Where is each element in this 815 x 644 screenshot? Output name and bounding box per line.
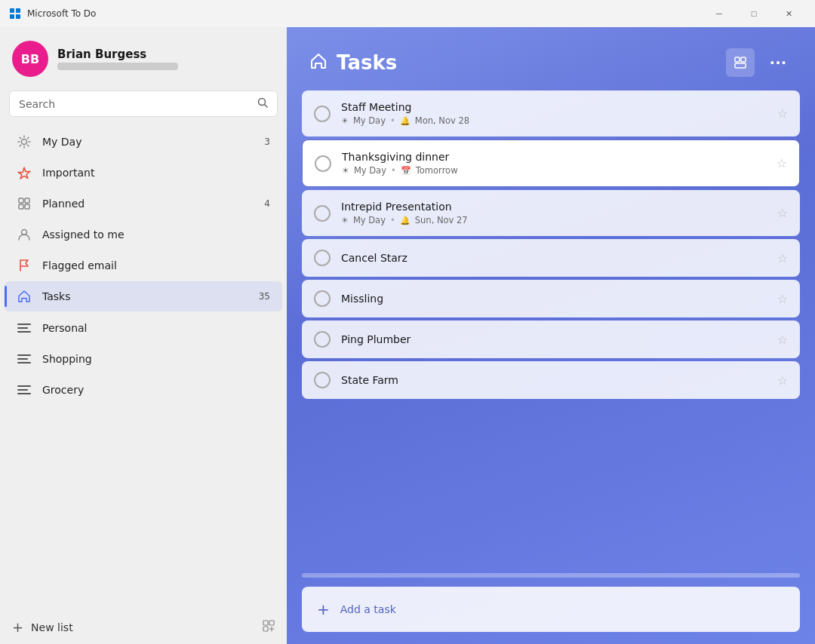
sidebar-badge-my-day: 3 (264, 136, 270, 147)
task-checkbox-cancel-starz[interactable] (314, 250, 331, 266)
task-item-state-farm[interactable]: State Farm ☆ (302, 361, 800, 399)
sidebar-item-flagged[interactable]: Flagged email (5, 250, 282, 281)
task-item-thanksgiving[interactable]: Thanksgiving dinner ☀ My Day • 📅 Tomorro… (302, 140, 800, 187)
sidebar-list-label-grocery: Grocery (42, 384, 270, 396)
svg-rect-1 (16, 8, 20, 13)
profile-section[interactable]: BB Brian Burgess (0, 27, 287, 87)
profile-name: Brian Burgess (57, 48, 178, 61)
task-star-missling[interactable]: ☆ (777, 292, 788, 306)
task-star-state-farm[interactable]: ☆ (777, 373, 788, 388)
minimize-button[interactable]: ─ (702, 0, 737, 27)
svg-rect-15 (19, 198, 23, 203)
add-task-bar[interactable]: + Add a task (302, 587, 800, 632)
custom-lists: Personal Shopping Grocery (0, 312, 287, 406)
task-item-missling[interactable]: Missling ☆ (302, 280, 800, 317)
layout-toggle-button[interactable] (726, 48, 755, 77)
sidebar-badge-planned: 4 (264, 198, 270, 209)
grid-icon (17, 196, 32, 211)
search-icon (257, 97, 268, 110)
sidebar-item-planned[interactable]: Planned 4 (5, 189, 282, 219)
svg-rect-0 (10, 8, 14, 13)
new-list-label: New list (31, 621, 73, 633)
person-icon (17, 227, 32, 242)
sidebar-list-label-personal: Personal (42, 322, 270, 334)
list-icon-shopping (17, 351, 32, 366)
svg-rect-23 (735, 57, 740, 62)
restore-button[interactable]: □ (737, 0, 771, 27)
sidebar-badge-tasks: 35 (259, 291, 270, 302)
sidebar-item-assigned[interactable]: Assigned to me (5, 219, 282, 250)
task-star-staff-meeting[interactable]: ☆ (777, 106, 788, 121)
sidebar-item-grocery[interactable]: Grocery (5, 375, 282, 405)
task-meta-date-1: Mon, Nov 28 (415, 115, 469, 126)
profile-email (57, 63, 178, 70)
home-icon (17, 289, 32, 304)
task-title-intrepid: Intrepid Presentation (341, 201, 767, 213)
sidebar-item-personal[interactable]: Personal (5, 313, 282, 343)
new-list-button[interactable]: + New list (0, 610, 287, 644)
sun-meta-icon-2: ☀ (342, 166, 349, 176)
task-item-ping-plumber[interactable]: Ping Plumber ☆ (302, 320, 800, 358)
sidebar-item-shopping[interactable]: Shopping (5, 344, 282, 374)
sun-icon (17, 134, 32, 149)
task-checkbox-thanksgiving[interactable] (315, 155, 331, 172)
sidebar-list-label-shopping: Shopping (42, 353, 270, 365)
profile-info: Brian Burgess (57, 48, 178, 70)
sidebar-item-label-flagged: Flagged email (42, 259, 260, 271)
sun-meta-icon-3: ☀ (341, 216, 349, 225)
sidebar-item-label-important: Important (42, 167, 260, 179)
task-checkbox-state-farm[interactable] (314, 372, 331, 388)
task-title-state-farm: State Farm (341, 374, 767, 386)
task-item-intrepid[interactable]: Intrepid Presentation ☀ My Day • 🔔 Sun, … (302, 190, 800, 236)
task-star-thanksgiving[interactable]: ☆ (777, 156, 787, 170)
new-list-left: + New list (12, 619, 73, 635)
flag-icon (17, 258, 32, 273)
sidebar-item-my-day[interactable]: My Day 3 (5, 127, 282, 157)
sidebar-item-label-my-day: My Day (42, 136, 254, 148)
task-scrollbar (302, 573, 800, 578)
task-star-ping-plumber[interactable]: ☆ (777, 333, 788, 347)
task-title-thanksgiving: Thanksgiving dinner (342, 151, 766, 163)
task-checkbox-intrepid[interactable] (314, 205, 331, 222)
sidebar-item-label-assigned: Assigned to me (42, 228, 260, 241)
sidebar-item-label-planned: Planned (42, 198, 254, 210)
task-meta-staff-meeting: ☀ My Day • 🔔 Mon, Nov 28 (341, 115, 767, 126)
sidebar-item-tasks[interactable]: Tasks 35 (5, 281, 282, 311)
task-content-intrepid: Intrepid Presentation ☀ My Day • 🔔 Sun, … (341, 201, 767, 225)
star-outline-icon (17, 165, 32, 180)
add-task-label: Add a task (340, 603, 396, 615)
window-controls: ─ □ ✕ (702, 0, 806, 27)
task-checkbox-missling[interactable] (314, 290, 331, 307)
task-meta-dot-3: • (390, 215, 395, 225)
task-title-staff-meeting: Staff Meeting (341, 101, 767, 113)
task-item-staff-meeting[interactable]: Staff Meeting ☀ My Day • 🔔 Mon, Nov 28 ☆ (302, 90, 800, 136)
svg-rect-25 (735, 63, 746, 68)
svg-rect-18 (25, 204, 29, 209)
task-star-intrepid[interactable]: ☆ (777, 206, 788, 220)
svg-line-11 (20, 137, 20, 138)
more-options-button[interactable]: ··· (764, 48, 792, 77)
list-icon-personal (17, 320, 32, 336)
add-task-plus-icon: + (317, 600, 330, 618)
sidebar-item-label-tasks: Tasks (42, 290, 248, 302)
task-checkbox-staff-meeting[interactable] (314, 106, 331, 122)
task-item-cancel-starz[interactable]: Cancel Starz ☆ (302, 239, 800, 277)
sun-meta-icon: ☀ (341, 116, 349, 126)
search-box[interactable]: Search (9, 90, 278, 117)
task-meta-thanksgiving: ☀ My Day • 📅 Tomorrow (342, 165, 766, 176)
sidebar-item-important[interactable]: Important (5, 158, 282, 188)
app-title: Microsoft To Do (27, 8, 696, 19)
task-meta-date-2: Tomorrow (416, 165, 458, 176)
svg-line-13 (27, 137, 28, 138)
plus-icon: + (12, 619, 23, 635)
task-checkbox-ping-plumber[interactable] (314, 331, 331, 348)
close-button[interactable]: ✕ (771, 0, 806, 27)
search-placeholder: Search (19, 98, 251, 110)
svg-line-5 (265, 105, 268, 108)
task-meta-dot-2: • (391, 165, 396, 176)
task-star-cancel-starz[interactable]: ☆ (777, 251, 788, 265)
avatar: BB (12, 41, 48, 77)
tasks-title: Tasks (337, 51, 717, 74)
sidebar: BB Brian Burgess Search (0, 27, 287, 644)
app-logo-icon (9, 8, 21, 20)
